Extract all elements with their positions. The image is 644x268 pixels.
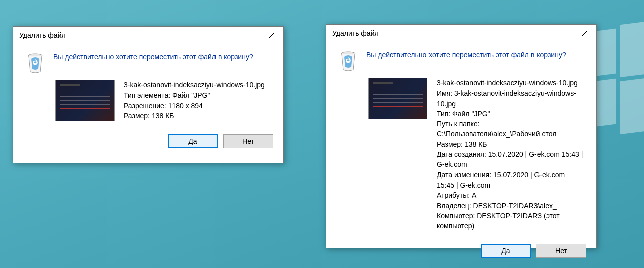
detail-line: Тип: Файл "JPG"	[437, 109, 584, 119]
file-thumbnail	[368, 78, 427, 119]
detail-line: Компьютер: DESKTOP-T2IDAR3 (этот компьют…	[437, 211, 584, 231]
file-details: 3-kak-ostanovit-indeksacziyu-windows-10.…	[124, 80, 265, 121]
yes-button[interactable]: Да	[168, 134, 218, 148]
detail-line: Размер: 138 КБ	[124, 111, 265, 121]
titlebar: Удалить файл	[326, 25, 596, 42]
detail-line: Атрибуты: A	[437, 190, 584, 200]
detail-line: Разрешение: 1180 x 894	[124, 101, 265, 111]
detail-line: Путь к папке: C:\Пользователи\alex_\Рабо…	[437, 119, 584, 139]
detail-line: Дата создания: 15.07.2020 | G-ek.com 15:…	[437, 149, 584, 170]
dialog-title: Удалить файл	[19, 31, 260, 39]
dialog-title: Удалить файл	[332, 29, 573, 37]
recycle-bin-icon	[25, 51, 45, 75]
recycle-bin-icon	[338, 49, 358, 73]
close-icon	[582, 30, 588, 36]
windows-logo-decor	[589, 0, 644, 268]
close-button[interactable]	[573, 25, 596, 41]
file-name: 3-kak-ostanovit-indeksacziyu-windows-10.…	[437, 78, 584, 88]
detail-line: Владелец: DESKTOP-T2IDAR3\alex_	[437, 201, 584, 211]
detail-line: Имя: 3-kak-ostanovit-indeksacziyu-window…	[437, 88, 584, 109]
close-icon	[269, 32, 275, 38]
no-button[interactable]: Нет	[223, 134, 273, 148]
close-button[interactable]	[260, 27, 283, 43]
yes-button[interactable]: Да	[481, 244, 531, 258]
delete-file-dialog-simple: Удалить файл Вы действительно хотите пер…	[13, 26, 284, 163]
dialog-heading: Вы действительно хотите переместить этот…	[53, 51, 253, 61]
detail-line: Тип элемента: Файл "JPG"	[124, 90, 265, 100]
no-button[interactable]: Нет	[536, 244, 586, 258]
file-thumbnail	[55, 80, 115, 121]
file-name: 3-kak-ostanovit-indeksacziyu-windows-10.…	[124, 80, 265, 90]
detail-line: Размер: 138 КБ	[437, 139, 584, 149]
dialog-heading: Вы действительно хотите переместить этот…	[366, 49, 566, 59]
delete-file-dialog-detailed: Удалить файл Вы действительно хотите пер…	[326, 24, 597, 248]
titlebar: Удалить файл	[13, 27, 283, 44]
file-details: 3-kak-ostanovit-indeksacziyu-windows-10.…	[437, 78, 584, 231]
detail-line: Дата изменения: 15.07.2020 | G-ek.com 15…	[437, 170, 584, 191]
